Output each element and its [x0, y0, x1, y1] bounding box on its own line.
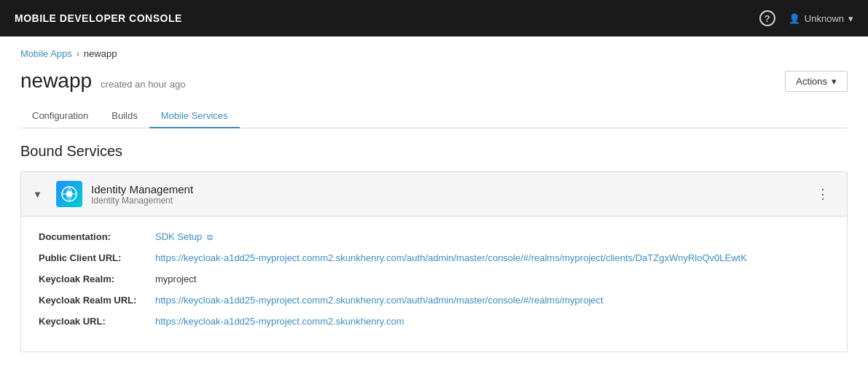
- detail-row-public-client-url: Public Client URL: https://keycloak-a1dd…: [39, 252, 829, 263]
- header-right: ? 👤 Unknown ▾: [759, 10, 853, 26]
- keycloak-realm-url-link[interactable]: https://keycloak-a1dd25-myproject.comm2.…: [155, 295, 603, 306]
- user-chevron-icon: ▾: [848, 13, 853, 24]
- app-title: MOBILE DEVELOPER CONSOLE: [15, 12, 182, 24]
- service-expand-icon[interactable]: ▼: [33, 189, 47, 200]
- page-title-left: newapp created an hour ago: [20, 69, 185, 93]
- page-title-row: newapp created an hour ago Actions ▾: [20, 69, 848, 93]
- help-button[interactable]: ?: [759, 10, 775, 26]
- detail-row-keycloak-url: Keycloak URL: https://keycloak-a1dd25-my…: [39, 316, 829, 327]
- tabs-bar: Configuration Builds Mobile Services: [20, 104, 848, 128]
- actions-button[interactable]: Actions ▾: [785, 71, 848, 92]
- detail-value-documentation: SDK Setup ⧉: [155, 231, 213, 242]
- actions-chevron-icon: ▾: [832, 76, 837, 87]
- detail-value-keycloak-url: https://keycloak-a1dd25-myproject.comm2.…: [155, 316, 404, 327]
- tab-configuration[interactable]: Configuration: [20, 104, 100, 128]
- service-context-menu-icon[interactable]: ⋮: [810, 183, 835, 205]
- detail-row-keycloak-realm-url: Keycloak Realm URL: https://keycloak-a1d…: [39, 295, 829, 306]
- tab-mobile-services[interactable]: Mobile Services: [149, 104, 240, 128]
- service-subname: Identity Management: [91, 195, 802, 206]
- page-title: newapp: [20, 69, 92, 93]
- public-client-url-link[interactable]: https://keycloak-a1dd25-myproject.comm2.…: [155, 252, 747, 263]
- breadcrumb: Mobile Apps › newapp: [20, 48, 848, 59]
- keycloak-url-link[interactable]: https://keycloak-a1dd25-myproject.comm2.…: [155, 316, 404, 327]
- page-subtitle: created an hour ago: [101, 79, 185, 90]
- detail-value-public-client-url: https://keycloak-a1dd25-myproject.comm2.…: [155, 252, 747, 263]
- detail-label-public-client-url: Public Client URL:: [39, 252, 155, 263]
- main-content: Mobile Apps › newapp newapp created an h…: [0, 36, 868, 376]
- user-label: Unknown: [805, 13, 844, 24]
- sdk-setup-link[interactable]: SDK Setup: [155, 231, 202, 242]
- user-icon: 👤: [789, 13, 800, 24]
- service-header: ▼ Identity Management Identity Managemen…: [21, 172, 847, 217]
- app-header: MOBILE DEVELOPER CONSOLE ? 👤 Unknown ▾: [0, 0, 868, 36]
- detail-value-keycloak-realm-url: https://keycloak-a1dd25-myproject.comm2.…: [155, 295, 603, 306]
- service-info: Identity Management Identity Management: [91, 183, 802, 206]
- detail-row-keycloak-realm: Keycloak Realm: myproject: [39, 274, 829, 284]
- service-name: Identity Management: [91, 183, 802, 195]
- service-icon: [56, 181, 82, 207]
- detail-value-keycloak-realm: myproject: [155, 274, 196, 284]
- breadcrumb-separator: ›: [77, 49, 79, 59]
- external-link-icon: ⧉: [207, 233, 213, 241]
- detail-row-documentation: Documentation: SDK Setup ⧉: [39, 231, 829, 242]
- breadcrumb-current: newapp: [84, 48, 117, 59]
- service-card: ▼ Identity Management Identity Managemen…: [20, 171, 848, 352]
- bound-services-title: Bound Services: [20, 143, 848, 160]
- tab-builds[interactable]: Builds: [100, 104, 149, 128]
- detail-label-keycloak-realm: Keycloak Realm:: [39, 274, 155, 284]
- actions-label: Actions: [796, 76, 827, 87]
- detail-label-keycloak-url: Keycloak URL:: [39, 316, 155, 327]
- user-menu[interactable]: 👤 Unknown ▾: [789, 13, 853, 24]
- breadcrumb-parent[interactable]: Mobile Apps: [20, 48, 72, 59]
- detail-label-documentation: Documentation:: [39, 231, 155, 242]
- service-details: Documentation: SDK Setup ⧉ Public Client…: [21, 217, 847, 352]
- detail-label-keycloak-realm-url: Keycloak Realm URL:: [39, 295, 155, 306]
